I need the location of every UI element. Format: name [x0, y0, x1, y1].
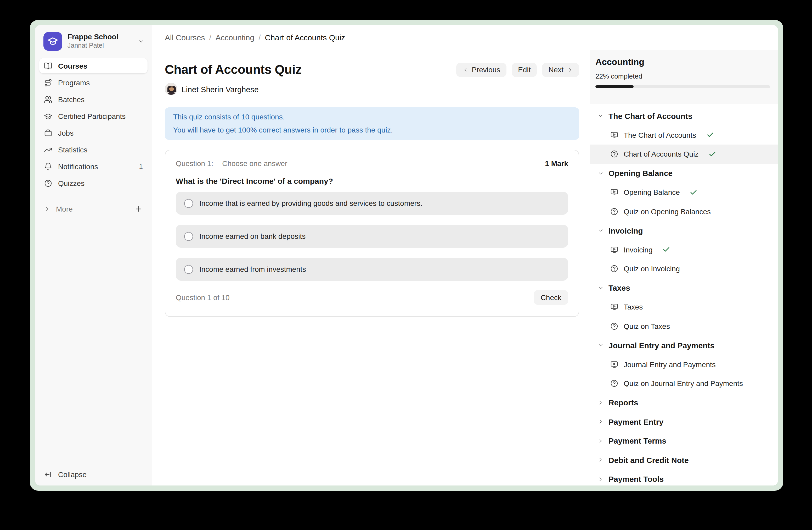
- collapse-sidebar-button[interactable]: Collapse: [39, 466, 147, 482]
- course-progress-text: 22% completed: [595, 72, 770, 80]
- sidebar-item-quizzes[interactable]: Quizzes: [39, 176, 147, 191]
- outline-item-quiz-on-opening-balances[interactable]: Quiz on Opening Balances: [590, 202, 778, 221]
- edit-button[interactable]: Edit: [512, 62, 537, 77]
- outline-section-journal-entry-and-payments[interactable]: Journal Entry and Payments: [590, 336, 778, 355]
- sidebar-item-label: Statistics: [58, 145, 87, 154]
- breadcrumb: All Courses/Accounting/Chart of Accounts…: [152, 25, 778, 50]
- outline-section-title: Opening Balance: [608, 169, 672, 178]
- frappe-school-logo: [43, 32, 62, 51]
- completed-check-icon: [708, 150, 716, 158]
- quiz-info-banner: This quiz consists of 10 questions. You …: [165, 107, 579, 140]
- more-label: More: [56, 205, 73, 213]
- sidebar-item-jobs[interactable]: Jobs: [39, 125, 147, 140]
- outline-section-reports[interactable]: Reports: [590, 393, 778, 412]
- next-label: Next: [548, 66, 564, 74]
- next-button[interactable]: Next: [542, 62, 579, 77]
- breadcrumb-item-all-courses[interactable]: All Courses: [165, 33, 205, 42]
- outline-item-quiz-on-journal-entry-and-payments[interactable]: Quiz on Journal Entry and Payments: [590, 374, 778, 393]
- quiz-icon: [610, 322, 619, 331]
- outline-section-payment-terms[interactable]: Payment Terms: [590, 431, 778, 450]
- chevron-left-icon: [462, 67, 468, 72]
- workspace-switcher[interactable]: Frappe School Jannat Patel: [35, 25, 152, 57]
- outline-section-opening-balance[interactable]: Opening Balance: [590, 164, 778, 183]
- users-icon: [44, 95, 52, 103]
- chevron-right-icon: [567, 67, 573, 72]
- quiz-icon: [610, 207, 619, 216]
- outline-item-label: The Chart of Accounts: [624, 131, 696, 139]
- answer-option-label: Income that is earned by providing goods…: [199, 199, 422, 207]
- app-window-frame: Frappe School Jannat Patel CoursesProgra…: [30, 20, 783, 491]
- chevron-down-icon: [597, 342, 604, 349]
- outline-section-title: Payment Entry: [608, 417, 663, 426]
- outline-section-title: Journal Entry and Payments: [608, 341, 714, 350]
- progress-bar-fill: [595, 85, 634, 88]
- page-actions: Previous Edit Next: [456, 62, 579, 77]
- radio-button[interactable]: [184, 199, 193, 208]
- outline-item-chart-of-accounts-quiz[interactable]: Chart of Accounts Quiz: [590, 144, 778, 164]
- sidebar-item-label: Programs: [58, 78, 90, 87]
- sidebar-item-statistics[interactable]: Statistics: [39, 142, 147, 157]
- help-circle-icon: [44, 179, 52, 187]
- check-button[interactable]: Check: [534, 290, 568, 305]
- outline-item-quiz-on-invoicing[interactable]: Quiz on Invoicing: [590, 259, 778, 278]
- outline-item-label: Chart of Accounts Quiz: [624, 150, 698, 158]
- outline-section-taxes[interactable]: Taxes: [590, 278, 778, 297]
- question-number-label: Question 1:: [176, 159, 213, 168]
- course-progress-header: Accounting 22% completed: [590, 50, 778, 104]
- quiz-icon: [610, 379, 619, 388]
- sidebar-item-label: Certified Participants: [58, 112, 126, 120]
- question-header: Question 1: Choose one answer 1 Mark: [176, 159, 568, 168]
- collapse-label: Collapse: [58, 470, 87, 478]
- sidebar-item-courses[interactable]: Courses: [39, 58, 147, 73]
- outline-item-invoicing[interactable]: Invoicing: [590, 240, 778, 259]
- answer-option-label: Income earned on bank deposits: [199, 232, 306, 240]
- answer-option-1[interactable]: Income that is earned by providing goods…: [176, 192, 568, 215]
- sidebar-item-label: Batches: [58, 95, 85, 103]
- outline-item-taxes[interactable]: Taxes: [590, 297, 778, 317]
- answer-option-3[interactable]: Income earned from investments: [176, 258, 568, 281]
- outline-item-opening-balance[interactable]: Opening Balance: [590, 183, 778, 202]
- page-head: Chart of Accounts Quiz Previous Edit: [165, 62, 579, 77]
- completed-check-icon: [663, 246, 670, 254]
- notification-count-badge: 1: [139, 162, 143, 170]
- collapse-arrow-icon: [44, 470, 52, 478]
- sidebar-item-notifications[interactable]: Notifications1: [39, 159, 147, 174]
- outline-section-title: Debit and Credit Note: [608, 456, 689, 464]
- outline-section-payment-tools[interactable]: Payment Tools: [590, 470, 778, 486]
- breadcrumb-item-accounting[interactable]: Accounting: [216, 33, 254, 42]
- sidebar-item-label: Quizzes: [58, 179, 85, 187]
- outline-item-the-chart-of-accounts[interactable]: The Chart of Accounts: [590, 125, 778, 144]
- lesson-icon: [610, 131, 619, 139]
- outline-section-the-chart-of-accounts[interactable]: The Chart of Accounts: [590, 106, 778, 125]
- sidebar-spacer: [35, 216, 152, 466]
- screen: Frappe School Jannat Patel CoursesProgra…: [0, 0, 812, 530]
- sidebar-item-more[interactable]: More: [35, 201, 152, 216]
- outline-section-payment-entry[interactable]: Payment Entry: [590, 412, 778, 431]
- question-pagination: Question 1 of 10: [176, 293, 230, 302]
- radio-button[interactable]: [184, 232, 193, 241]
- radio-button[interactable]: [184, 265, 193, 274]
- avatar: [165, 83, 177, 95]
- chevron-right-icon: [597, 400, 604, 406]
- outline-section-debit-and-credit-note[interactable]: Debit and Credit Note: [590, 450, 778, 470]
- previous-button[interactable]: Previous: [456, 62, 506, 77]
- outline-item-journal-entry-and-payments[interactable]: Journal Entry and Payments: [590, 355, 778, 374]
- content-wrap: All Courses/Accounting/Chart of Accounts…: [152, 25, 778, 486]
- sidebar-item-certified-participants[interactable]: Certified Participants: [39, 108, 147, 124]
- chevron-down-icon: [597, 285, 604, 291]
- sidebar-item-label: Notifications: [58, 162, 98, 170]
- author-row: Linet Sherin Varghese: [165, 83, 579, 95]
- author-name: Linet Sherin Varghese: [182, 85, 259, 94]
- sidebar-item-programs[interactable]: Programs: [39, 75, 147, 90]
- workspace-info: Frappe School Jannat Patel: [68, 33, 118, 50]
- answer-option-2[interactable]: Income earned on bank deposits: [176, 225, 568, 248]
- outline-section-invoicing[interactable]: Invoicing: [590, 221, 778, 240]
- outline-section-title: The Chart of Accounts: [608, 112, 693, 121]
- sidebar-item-batches[interactable]: Batches: [39, 92, 147, 107]
- app-window: Frappe School Jannat Patel CoursesProgra…: [35, 25, 778, 486]
- course-title: Accounting: [595, 57, 770, 68]
- outline-item-quiz-on-taxes[interactable]: Quiz on Taxes: [590, 317, 778, 336]
- chevron-right-icon: [44, 206, 50, 212]
- outline-section-title: Taxes: [608, 283, 630, 293]
- plus-icon[interactable]: [134, 205, 143, 213]
